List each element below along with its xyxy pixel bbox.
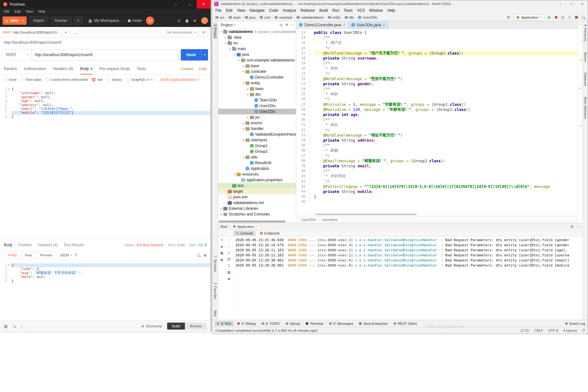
tree-arrow-icon[interactable]: ▸ <box>219 213 223 216</box>
clear-console-icon[interactable]: ✖ <box>227 277 230 281</box>
breadcrumb-dto[interactable]: dto <box>345 16 354 19</box>
toolwindow-button-terminal[interactable]: Terminal <box>303 321 326 326</box>
code-editor[interactable]: 13public class User2Dto {14 /**15 * 用户名1… <box>296 29 578 213</box>
tree-item-team1dto[interactable]: CTeam1Dto <box>218 97 296 103</box>
minimize-button[interactable]: ─ <box>555 0 566 7</box>
tree-item-validateddemo-iml[interactable]: validateddemo.iml <box>218 200 296 206</box>
tree-item-base[interactable]: ▸base <box>218 86 296 92</box>
response-tab-headers-4[interactable]: Headers (4) <box>38 243 58 247</box>
caret-position[interactable]: 17:31 <box>520 329 529 332</box>
import-button[interactable]: Import <box>29 16 48 25</box>
print-icon[interactable]: ▦ <box>227 270 231 274</box>
project-panel-title[interactable]: Project <box>221 23 232 27</box>
wrap-lines-icon[interactable]: ¶ <box>75 253 77 257</box>
tree-arrow-icon[interactable]: ▸ <box>246 116 250 119</box>
tree-arrow-icon[interactable]: ▾ <box>242 127 245 130</box>
tree-arrow-icon[interactable]: ▸ <box>219 207 223 210</box>
rerun-icon[interactable]: ↻ <box>220 238 223 242</box>
tree-item-group2[interactable]: IGroup2 <box>218 149 296 154</box>
search-icon[interactable] <box>197 254 200 257</box>
tool-tab-8-hierarchy[interactable]: 8: Hierarchy <box>583 23 587 43</box>
tree-item-resultutil[interactable]: CResultUtil <box>218 160 296 166</box>
toolwindow-button-rest-client[interactable]: REST Client <box>391 321 419 326</box>
request-tab-tests[interactable]: Tests <box>137 63 146 74</box>
tree-item-controller[interactable]: ▾controller <box>218 69 296 74</box>
response-body-viewer[interactable]: 1▼{2 "code": 6,3 "msg": "邮箱有误！手机号码有误！",4… <box>0 260 211 320</box>
breadcrumb-user2dto[interactable]: CUser2Dto <box>358 16 377 19</box>
editor-breadcrumb-user2dto[interactable]: User2Dto <box>301 218 316 222</box>
menu-item-file[interactable]: File <box>215 8 221 13</box>
runner-button[interactable]: Runner <box>51 16 71 25</box>
soft-wrap-icon[interactable]: ▤ <box>227 257 231 261</box>
event-log-button[interactable]: Event Log <box>565 322 585 325</box>
environment-selector[interactable]: No Environment ▾ <box>164 27 199 38</box>
menu-item-window[interactable]: Window <box>369 8 383 13</box>
tree-arrow-icon[interactable]: ▾ <box>224 42 227 45</box>
settings-icon[interactable]: ≡ <box>228 251 230 254</box>
bootcamp-button[interactable]: Bootcamp <box>141 324 162 328</box>
copy-icon[interactable]: ▣ <box>204 253 207 257</box>
breadcrumb-main[interactable]: main <box>229 16 241 19</box>
scrollbar-thumb[interactable] <box>315 214 417 215</box>
toolwindow-button-java-enterprise[interactable]: Java Enterprise <box>356 321 390 326</box>
tree-item-test[interactable]: test <box>218 183 296 189</box>
browse-tab[interactable]: Browse <box>185 323 207 330</box>
workspace-selector[interactable]: ▦ My Workspace ▾ <box>88 18 122 23</box>
console-icon[interactable]: >_ <box>21 325 24 328</box>
tree-item-resources[interactable]: ▾resources <box>218 171 296 177</box>
tree-arrow-icon[interactable]: ▸ <box>242 65 245 67</box>
console-tab[interactable]: Console <box>233 231 256 236</box>
send-button[interactable]: Send <box>181 49 201 61</box>
stop-icon[interactable]: ■ <box>221 245 223 248</box>
body-type-none[interactable]: none <box>4 78 16 81</box>
editor-tab-user2dto-java[interactable]: CUser2Dto.java✕ <box>349 21 389 29</box>
tree-item-group1[interactable]: IGroup1 <box>218 143 296 149</box>
tool-tab-web[interactable]: Web <box>213 309 217 318</box>
response-tab-cookies[interactable]: Cookies <box>18 243 32 247</box>
invite-button[interactable]: Invite <box>128 18 142 23</box>
tree-item-po[interactable]: ▸po <box>218 114 296 120</box>
build-tab[interactable]: Build <box>167 323 185 330</box>
send-options-button[interactable]: ▼ <box>201 49 208 61</box>
heart-icon[interactable]: ♥ <box>193 18 196 23</box>
locate-icon[interactable]: ◎ <box>280 23 283 27</box>
menu-item-code[interactable]: Code <box>269 8 278 13</box>
response-tab-test-results[interactable]: Test Results <box>63 243 84 247</box>
request-tab[interactable]: POST http://localhost:8080/api/v1/in... <box>0 27 61 38</box>
tree-item-enums[interactable]: ▸enums <box>218 120 296 126</box>
console-output[interactable]: 2020-09-05 23:25:36.838 WARN 6988 --- [n… <box>233 236 582 320</box>
breadcrumb-validateddemo[interactable]: validateddemo <box>297 16 324 19</box>
tree-arrow-icon[interactable]: ▾ <box>242 70 245 73</box>
tree-arrow-icon[interactable]: ▾ <box>242 139 245 142</box>
response-tab-body[interactable]: Body <box>4 243 12 247</box>
request-tab-pre-request-script[interactable]: Pre-request Script <box>99 63 130 74</box>
tree-item-interfaces[interactable]: ▾interfaces <box>218 137 296 143</box>
request-tab-authorization[interactable]: Authorization <box>24 63 46 74</box>
endpoints-tab[interactable]: Endpoints <box>258 231 282 236</box>
code-link[interactable]: Code <box>199 67 207 71</box>
scroll-to-end-icon[interactable]: ↧ <box>227 264 230 268</box>
sync-icon[interactable]: ↻ <box>146 16 154 25</box>
minimize-button[interactable]: ─ <box>169 0 183 9</box>
toolwindow-button-6-todo[interactable]: 6: TODO <box>259 321 282 326</box>
breadcrumb-src[interactable]: src <box>215 16 225 19</box>
tree-item-user1dto[interactable]: CUser1Dto <box>218 103 296 109</box>
tree-arrow-icon[interactable]: ▾ <box>219 30 223 33</box>
run-configuration-select[interactable]: Application ▾ <box>514 14 544 21</box>
menu-item-view[interactable]: View <box>237 8 245 13</box>
tree-item-src[interactable]: ▾src <box>218 40 296 46</box>
close-icon[interactable]: ✕ <box>383 23 385 27</box>
tool-tab-7-structure[interactable]: 7: Structure <box>213 254 217 273</box>
tree-item-external-libraries[interactable]: ▸External Libraries <box>218 206 296 211</box>
indent-setting[interactable]: 4 spaces <box>563 329 577 332</box>
tool-tab-2-favorites[interactable]: 2: Favorites <box>213 281 217 300</box>
scrollbar-thumb[interactable] <box>219 221 285 222</box>
apps-grid-icon[interactable]: ▦ <box>4 324 8 329</box>
breadcrumb-com[interactable]: com <box>260 16 271 19</box>
request-body-editor[interactable]: 1▼{2 "username": null,3 "gender": null,4… <box>0 84 211 239</box>
menu-item-view[interactable]: View <box>26 10 33 13</box>
tree-item-target[interactable]: target <box>218 189 296 194</box>
close-icon[interactable]: ✕ <box>343 23 345 27</box>
tree-item-java[interactable]: ▾java <box>218 52 296 57</box>
debug-button[interactable] <box>555 16 558 19</box>
